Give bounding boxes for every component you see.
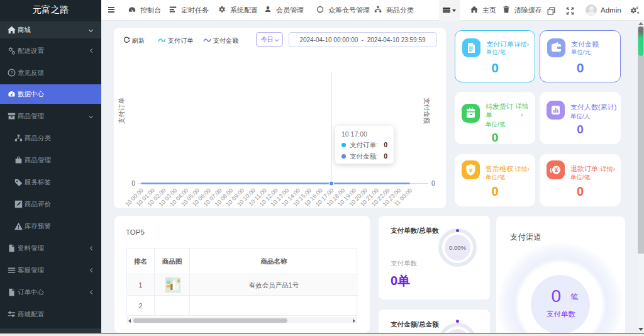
svg-text:?: ? <box>10 70 13 76</box>
svg-text:0: 0 <box>431 179 435 187</box>
svg-text:¥: ¥ <box>469 167 473 174</box>
svg-text:0: 0 <box>131 179 135 187</box>
svg-text:¥: ¥ <box>555 167 558 174</box>
